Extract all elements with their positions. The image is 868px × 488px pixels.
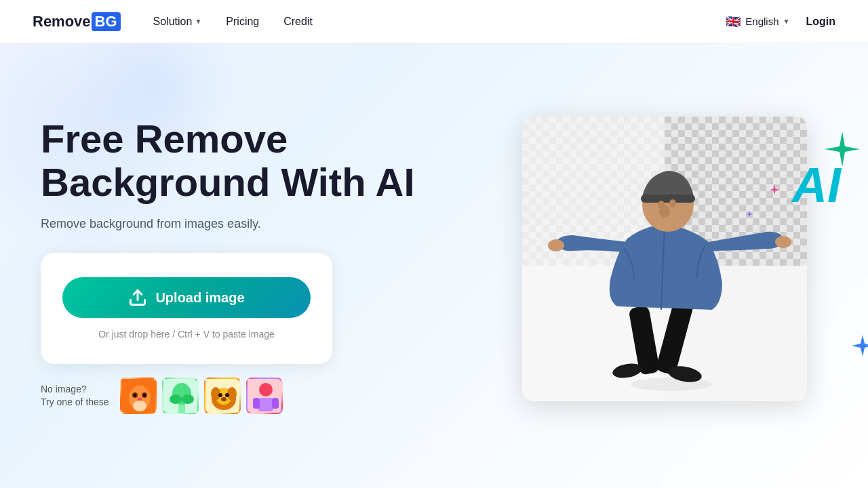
main-content: Free Remove Background With AI Remove ba…: [0, 43, 868, 488]
nav-links: Solution ▼ Pricing Credit: [153, 16, 726, 28]
lang-chevron-icon: ▼: [783, 18, 790, 25]
sparkle-small-pink-icon: [746, 208, 753, 220]
svg-rect-26: [258, 398, 273, 411]
navbar: Remove BG Solution ▼ Pricing Credit 🇬🇧 E…: [0, 0, 868, 43]
demo-image: [522, 117, 807, 401]
hero-subtitle: Remove background from images easily.: [41, 217, 434, 231]
hero-headline: Free Remove Background With AI: [41, 117, 434, 204]
no-image-text: No image? Try one of these: [41, 383, 109, 409]
no-image-section: No image? Try one of these: [41, 378, 434, 414]
svg-point-14: [170, 394, 182, 404]
upload-dropzone[interactable]: Upload image Or just drop here / Ctrl + …: [41, 253, 332, 364]
person-svg: [522, 117, 807, 401]
svg-point-23: [221, 397, 226, 401]
language-label: English: [745, 16, 778, 27]
svg-rect-28: [272, 398, 279, 409]
sample-image-person[interactable]: [246, 378, 283, 414]
nav-credit[interactable]: Credit: [283, 16, 313, 28]
sample-images-row: [120, 378, 283, 414]
language-selector[interactable]: 🇬🇧 English ▼: [725, 16, 789, 27]
upload-icon: [128, 288, 147, 307]
sparkle-green-icon: [823, 130, 861, 171]
sample-image-dog[interactable]: [204, 378, 241, 414]
svg-point-3: [133, 401, 146, 411]
nav-solution[interactable]: Solution ▼: [153, 16, 202, 28]
nav-right: 🇬🇧 English ▼ Login: [725, 16, 835, 28]
svg-point-6: [134, 394, 136, 396]
svg-rect-12: [178, 403, 185, 413]
login-button[interactable]: Login: [806, 16, 835, 28]
svg-rect-39: [641, 195, 695, 203]
uk-flag-icon: 🇬🇧: [725, 16, 741, 27]
svg-point-7: [143, 394, 146, 396]
logo[interactable]: Remove BG: [33, 12, 121, 31]
upload-image-button[interactable]: Upload image: [62, 277, 311, 318]
drop-hint-text: Or just drop here / Ctrl + V to paste im…: [98, 329, 275, 340]
svg-point-21: [218, 393, 222, 397]
chevron-down-icon: ▼: [195, 18, 201, 25]
svg-point-37: [775, 236, 791, 248]
demo-container: AI: [522, 117, 821, 415]
svg-point-25: [259, 383, 273, 396]
logo-remove-text: Remove: [33, 13, 91, 30]
logo-bg-text: BG: [92, 12, 121, 31]
svg-point-15: [182, 394, 194, 404]
svg-point-22: [225, 393, 229, 397]
svg-rect-27: [253, 398, 260, 409]
sample-image-cat[interactable]: [120, 378, 157, 414]
svg-point-41: [658, 201, 665, 209]
sample-image-plant[interactable]: [162, 378, 199, 414]
hero-left: Free Remove Background With AI Remove ba…: [0, 43, 475, 488]
svg-point-42: [669, 199, 676, 207]
hero-right: AI: [475, 43, 868, 488]
svg-point-36: [548, 239, 564, 251]
sparkle-blue-icon: [850, 333, 868, 361]
nav-pricing[interactable]: Pricing: [226, 16, 259, 28]
svg-point-8: [138, 398, 142, 401]
sparkle-pink-icon: [769, 184, 780, 198]
